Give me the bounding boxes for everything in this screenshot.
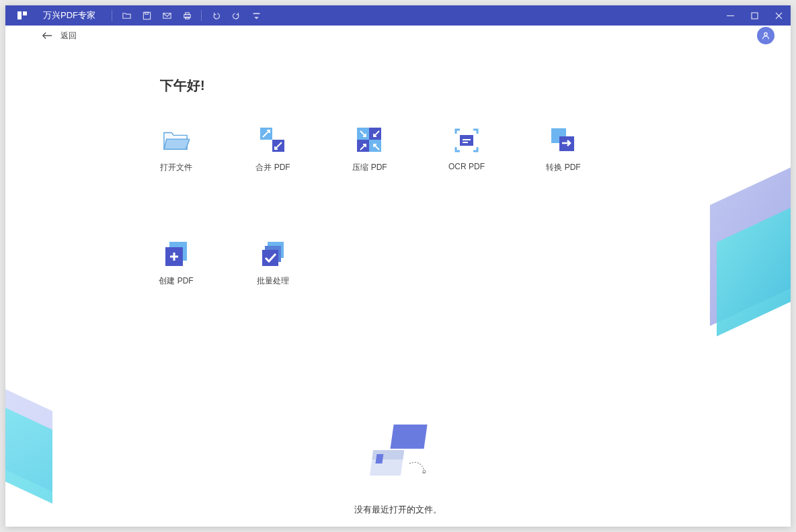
empty-state: 没有最近打开的文件。 xyxy=(354,418,442,516)
tile-label: OCR PDF xyxy=(448,162,485,171)
back-label: 返回 xyxy=(61,30,77,42)
tile-label: 打开文件 xyxy=(160,162,192,173)
tile-merge-pdf[interactable]: 合并 PDF xyxy=(257,127,289,173)
svg-rect-22 xyxy=(463,139,471,140)
folder-icon[interactable] xyxy=(116,5,136,26)
app-logo-icon xyxy=(5,9,39,21)
tile-compress-pdf[interactable]: 压缩 PDF xyxy=(354,127,386,173)
tile-ocr-pdf[interactable]: OCR PDF xyxy=(450,127,483,173)
back-button[interactable]: 返回 xyxy=(36,28,82,44)
close-button[interactable] xyxy=(766,5,791,26)
person-icon xyxy=(761,31,770,40)
tile-label: 批量处理 xyxy=(257,275,289,287)
redo-icon[interactable] xyxy=(226,5,246,26)
svg-rect-0 xyxy=(17,11,22,19)
action-tile-grid: 打开文件 合并 PDF 压缩 PDF OCR PDF xyxy=(160,127,658,287)
svg-rect-3 xyxy=(145,12,148,14)
tile-convert-pdf[interactable]: 转换 PDF xyxy=(547,127,580,173)
minimize-button[interactable] xyxy=(718,5,742,26)
svg-rect-8 xyxy=(253,13,260,14)
tile-create-pdf[interactable]: 创建 PDF xyxy=(160,240,192,287)
tile-label: 转换 PDF xyxy=(546,162,580,173)
svg-rect-1 xyxy=(23,11,27,15)
maximize-button[interactable] xyxy=(742,5,766,26)
title-bar: 万兴PDF专家 xyxy=(5,5,791,26)
app-title: 万兴PDF专家 xyxy=(39,9,108,21)
svg-point-14 xyxy=(764,33,767,36)
svg-point-35 xyxy=(423,470,426,473)
compress-icon xyxy=(356,127,383,154)
folder-open-icon xyxy=(163,127,190,154)
empty-illustration-icon xyxy=(354,418,442,492)
svg-rect-23 xyxy=(463,142,468,143)
undo-icon[interactable] xyxy=(206,5,226,26)
svg-rect-19 xyxy=(369,128,381,140)
sub-bar: 返回 xyxy=(5,26,791,46)
tile-label: 压缩 PDF xyxy=(352,162,387,173)
tile-label: 合并 PDF xyxy=(255,162,290,173)
main-content: 下午好! 打开文件 合并 PDF 压缩 PDF xyxy=(5,46,791,527)
greeting-heading: 下午好! xyxy=(160,77,791,95)
empty-message: 没有最近打开的文件。 xyxy=(354,504,442,516)
merge-icon xyxy=(260,127,286,154)
divider xyxy=(201,10,202,21)
menu-icon[interactable] xyxy=(246,5,266,26)
ocr-icon xyxy=(453,127,480,154)
tile-label: 创建 PDF xyxy=(159,275,193,287)
svg-rect-18 xyxy=(357,140,369,152)
print-icon[interactable] xyxy=(177,5,197,26)
convert-icon xyxy=(550,127,577,154)
divider xyxy=(112,10,112,21)
svg-rect-31 xyxy=(391,425,428,449)
svg-rect-34 xyxy=(375,454,383,463)
app-window: 万兴PDF专家 xyxy=(5,5,791,527)
batch-icon xyxy=(260,240,286,267)
user-avatar-button[interactable] xyxy=(757,27,774,44)
svg-rect-6 xyxy=(185,12,189,14)
save-icon[interactable] xyxy=(136,5,157,26)
svg-rect-30 xyxy=(262,250,278,266)
tile-open-file[interactable]: 打开文件 xyxy=(160,127,192,173)
create-icon xyxy=(163,240,190,267)
arrow-left-icon xyxy=(42,31,52,40)
svg-rect-2 xyxy=(143,12,150,19)
svg-marker-9 xyxy=(254,17,259,19)
tile-batch-process[interactable]: 批量处理 xyxy=(257,240,289,287)
mail-icon[interactable] xyxy=(157,5,177,26)
svg-rect-11 xyxy=(752,13,758,19)
